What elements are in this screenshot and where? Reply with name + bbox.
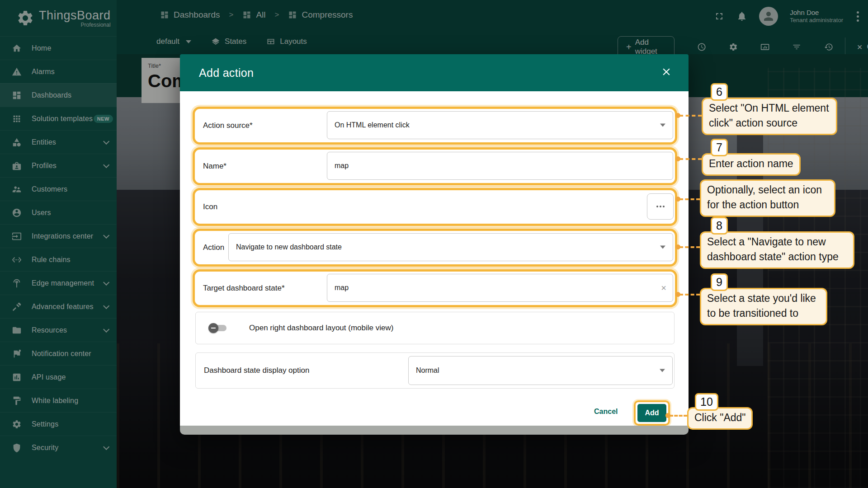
target-state-input[interactable]: map ×	[327, 274, 673, 302]
action-type-select[interactable]: Navigate to new dashboard state	[228, 233, 673, 261]
dialog-header: Add action	[180, 54, 689, 91]
mobile-layout-toggle[interactable]	[208, 324, 226, 332]
connector-line	[679, 198, 700, 200]
action-name-input[interactable]: map	[327, 152, 673, 180]
action-source-row-highlight: Action source* On HTML element click	[193, 107, 677, 145]
step-callout: Optionally, select an icon for the actio…	[700, 179, 835, 217]
action-source-label: Action source*	[203, 121, 253, 130]
target-state-label: Target dashboard state*	[203, 284, 285, 293]
target-state-value: map	[335, 284, 349, 292]
dialog-scrollbar[interactable]	[180, 426, 689, 435]
action-row-highlight: Action Navigate to new dashboard state	[193, 229, 677, 267]
step-callout: Select a state you'd like to be transiti…	[700, 288, 827, 325]
name-row-highlight: Name* map	[193, 147, 677, 185]
action-source-value: On HTML element click	[335, 121, 410, 129]
connector-line	[679, 158, 702, 160]
dropdown-arrow-icon	[660, 246, 665, 249]
icon-label: Icon	[203, 202, 217, 211]
step-callout: Enter action name	[702, 153, 801, 176]
connector-line	[679, 294, 700, 296]
step-number-badge: 9	[711, 273, 728, 291]
action-label: Action	[203, 243, 224, 252]
step-callout: Select "On HTML element click" action so…	[702, 98, 837, 135]
connector-line	[679, 246, 700, 248]
step-number-badge: 8	[711, 217, 728, 235]
dropdown-arrow-icon	[660, 124, 665, 127]
icon-row-highlight: Icon	[193, 188, 677, 226]
mobile-layout-row: Open right dashboard layout (mobile view…	[195, 312, 675, 344]
mobile-layout-label: Open right dashboard layout (mobile view…	[249, 324, 393, 333]
step-number-badge: 10	[695, 393, 718, 411]
dialog-title: Add action	[199, 66, 254, 80]
action-type-value: Navigate to new dashboard state	[236, 243, 342, 251]
action-name-value: map	[335, 162, 349, 170]
dialog-cancel-button[interactable]: Cancel	[594, 408, 618, 416]
dropdown-arrow-icon	[660, 369, 665, 372]
display-option-value: Normal	[416, 366, 439, 375]
target-state-row-highlight: Target dashboard state* map ×	[193, 269, 677, 307]
step-number-badge: 7	[711, 139, 728, 156]
step-number-badge: 6	[711, 83, 728, 101]
display-option-label: Dashboard state display option	[204, 366, 309, 375]
add-button[interactable]: Add	[637, 404, 666, 422]
connector-line	[679, 115, 702, 117]
display-option-select[interactable]: Normal	[408, 356, 673, 385]
name-label: Name*	[203, 162, 226, 171]
add-button-highlight: Add	[634, 400, 670, 426]
close-dialog-button[interactable]	[660, 66, 674, 80]
step-callout: Select a "Navigate to new dashboard stat…	[700, 231, 854, 269]
connector-line	[670, 415, 687, 417]
add-action-dialog: Add action Action source* On HTML elemen…	[180, 54, 689, 435]
toggle-thumb	[208, 323, 218, 333]
display-option-row: Dashboard state display option Normal	[195, 352, 675, 389]
thingsboard-app: ThingsBoard Professional Home Alarms Das…	[0, 0, 868, 488]
close-icon	[660, 66, 672, 78]
clear-icon[interactable]: ×	[661, 283, 666, 293]
action-source-select[interactable]: On HTML element click	[327, 111, 673, 139]
select-icon-button[interactable]	[647, 193, 674, 220]
